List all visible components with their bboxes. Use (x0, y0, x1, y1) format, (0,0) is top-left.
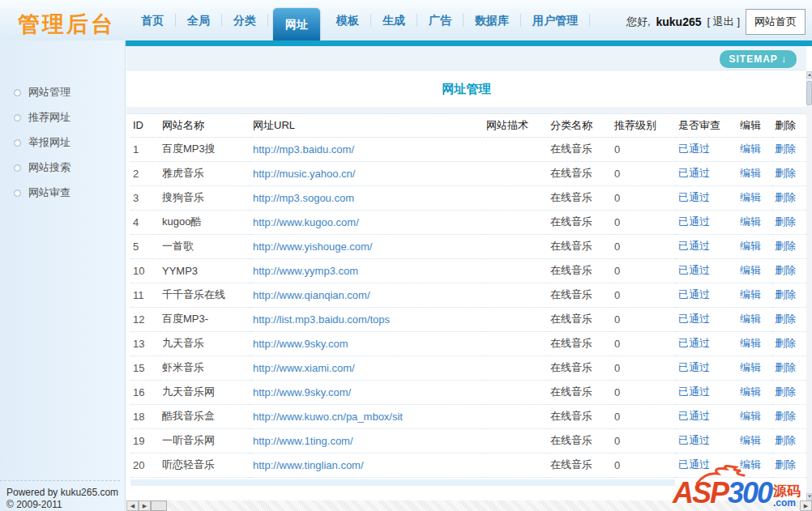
sidebar-item-label: 网站审查 (28, 185, 71, 200)
status-link[interactable]: 已通过 (678, 288, 710, 300)
delete-link[interactable]: 删除 (775, 264, 796, 276)
status-link[interactable]: 已通过 (678, 361, 710, 373)
cell-category: 在线音乐 (548, 428, 612, 453)
status-link[interactable]: 已通过 (678, 313, 710, 325)
delete-link[interactable]: 删除 (775, 215, 796, 228)
cell-edit: 编辑 (737, 331, 772, 356)
vertical-scroll-thumb[interactable] (806, 81, 812, 105)
sidebar-item[interactable]: 举报网址 (0, 131, 125, 154)
cell-category: 在线音乐 (548, 161, 612, 185)
edit-link[interactable]: 编辑 (740, 167, 761, 179)
site-url-link[interactable]: http://www.qianqian.com/ (253, 289, 370, 301)
cell-delete: 删除 (772, 331, 808, 356)
delete-link[interactable]: 删除 (775, 434, 796, 446)
nav-item[interactable]: 用户管理 (521, 14, 590, 27)
delete-link[interactable]: 删除 (775, 313, 796, 325)
site-url-link[interactable]: http://www.9sky.com (253, 338, 348, 350)
sidebar-item[interactable]: 网站管理 (0, 81, 125, 104)
site-url-link[interactable]: http://www.yishouge.com/ (253, 241, 372, 253)
site-url-link[interactable]: http://www.tinglian.com/ (253, 459, 364, 471)
edit-link[interactable]: 编辑 (740, 264, 761, 276)
cell-name: 听恋轻音乐 (160, 453, 250, 477)
site-url-link[interactable]: http://www.xiami.com/ (253, 362, 355, 374)
nav-item[interactable]: 生成 (371, 14, 417, 27)
bullet-icon (14, 139, 21, 147)
status-link[interactable]: 已通过 (678, 143, 710, 155)
edit-link[interactable]: 编辑 (740, 337, 761, 349)
cell-desc (484, 258, 548, 283)
site-url-link[interactable]: http://mp3.baidu.com/ (253, 143, 354, 155)
header: 管理后台 首页 全局 分类 网址 模板 生成 广告 数据库 用户管理 您好 (0, 0, 812, 40)
delete-link[interactable]: 删除 (775, 337, 796, 349)
site-url-link[interactable]: http://www.9sky.com/ (253, 386, 351, 398)
cell-level: 0 (612, 453, 676, 477)
delete-link[interactable]: 删除 (775, 458, 796, 471)
bullet-icon (14, 164, 21, 172)
cell-id: 3 (130, 185, 160, 210)
cell-id: 11 (130, 283, 160, 307)
scroll-left-icon[interactable]: ◀ (126, 500, 139, 511)
scroll-up-icon[interactable]: ▲ (806, 71, 812, 79)
nav-item[interactable]: 分类 (222, 14, 268, 27)
status-link[interactable]: 已通过 (678, 385, 710, 398)
site-url-link[interactable]: http://mp3.sogou.com (253, 192, 354, 204)
site-url-link[interactable]: http://www.yymp3.com (253, 265, 358, 277)
edit-link[interactable]: 编辑 (740, 410, 761, 422)
edit-link[interactable]: 编辑 (740, 215, 761, 228)
status-link[interactable]: 已通过 (678, 240, 710, 252)
cell-url: http://mp3.sogou.com (250, 185, 484, 210)
status-link[interactable]: 已通过 (678, 167, 710, 179)
edit-link[interactable]: 编辑 (740, 434, 761, 446)
sidebar-item[interactable]: 推荐网址 (0, 106, 125, 129)
site-home-button[interactable]: 网站首页 (746, 9, 806, 35)
status-link[interactable]: 已通过 (678, 337, 710, 349)
edit-link[interactable]: 编辑 (740, 191, 761, 203)
cell-status: 已通过 (676, 307, 737, 331)
status-link[interactable]: 已通过 (678, 410, 710, 422)
cell-name: 酷我音乐盒 (160, 404, 250, 428)
nav-item[interactable]: 网址 (273, 8, 320, 40)
sidebar-item[interactable]: 网站搜索 (0, 156, 125, 179)
nav-item[interactable]: 数据库 (464, 14, 521, 27)
cell-url: http://www.qianqian.com/ (250, 283, 484, 307)
delete-link[interactable]: 删除 (775, 143, 796, 155)
logout-link[interactable]: [ 退出 ] (707, 15, 740, 29)
site-url-link[interactable]: http://music.yahoo.cn/ (253, 168, 355, 180)
delete-link[interactable]: 删除 (775, 191, 796, 203)
delete-link[interactable]: 删除 (775, 288, 796, 300)
delete-link[interactable]: 删除 (775, 240, 796, 252)
sidebar-item[interactable]: 网站审查 (0, 181, 125, 204)
nav-item[interactable]: 广告 (417, 14, 464, 27)
edit-link[interactable]: 编辑 (740, 240, 761, 252)
horizontal-scroll-thumb[interactable] (151, 500, 167, 511)
status-link[interactable]: 已通过 (678, 434, 710, 446)
cell-desc (484, 283, 548, 307)
edit-link[interactable]: 编辑 (740, 143, 761, 155)
site-url-link[interactable]: http://www.kugoo.com/ (253, 216, 359, 228)
scroll-down-icon[interactable]: ▼ (806, 493, 812, 500)
cell-desc (484, 161, 548, 185)
table-bottom-band (130, 479, 675, 486)
delete-link[interactable]: 删除 (775, 410, 796, 422)
edit-link[interactable]: 编辑 (740, 361, 761, 373)
edit-link[interactable]: 编辑 (740, 313, 761, 325)
delete-link[interactable]: 删除 (775, 167, 796, 179)
nav-item[interactable]: 模板 (325, 14, 371, 27)
scroll-right-small-icon[interactable]: ▶ (139, 500, 151, 511)
delete-link[interactable]: 删除 (775, 385, 796, 398)
sitemap-button[interactable]: SITEMAP ↓ (720, 50, 797, 68)
vertical-scrollbar[interactable]: ▲ ▼ (806, 71, 812, 500)
nav-item[interactable]: 首页 (130, 14, 176, 27)
cell-name: 九天音乐网 (160, 380, 250, 404)
status-link[interactable]: 已通过 (678, 191, 710, 203)
status-link[interactable]: 已通过 (678, 215, 710, 228)
site-url-link[interactable]: http://www.kuwo.cn/pa_mbox/sit (253, 411, 403, 423)
edit-link[interactable]: 编辑 (740, 385, 761, 398)
nav-item[interactable]: 全局 (176, 14, 222, 27)
site-url-link[interactable]: http://www.1ting.com/ (253, 435, 353, 447)
scroll-right-icon[interactable]: ▶ (800, 500, 812, 511)
delete-link[interactable]: 删除 (775, 361, 796, 373)
site-url-link[interactable]: http://list.mp3.baidu.com/tops (253, 313, 390, 326)
status-link[interactable]: 已通过 (678, 264, 710, 276)
edit-link[interactable]: 编辑 (740, 288, 761, 300)
